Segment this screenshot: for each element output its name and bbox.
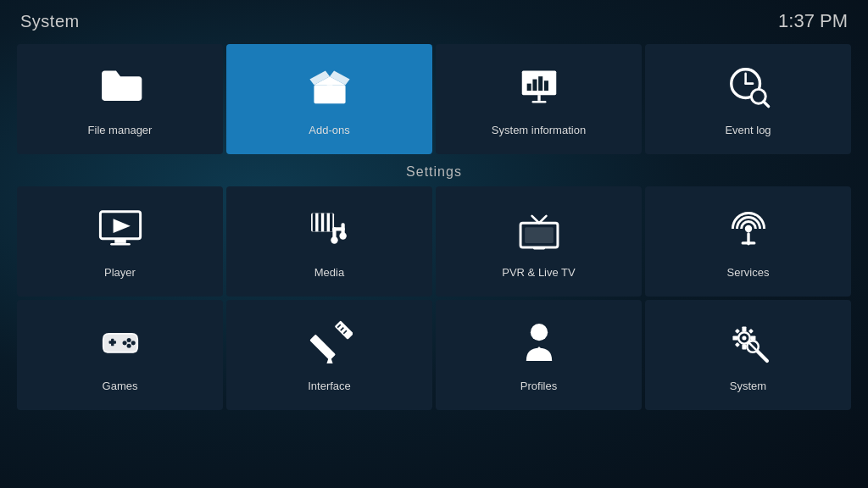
settings-section: Settings Player — [0, 164, 868, 410]
tile-media[interactable]: Media — [226, 186, 432, 297]
tile-player-label: Player — [104, 266, 136, 279]
svg-rect-11 — [543, 80, 548, 91]
svg-rect-62 — [748, 329, 753, 334]
gear-wrench-svg — [726, 319, 771, 365]
tile-player[interactable]: Player — [17, 186, 223, 297]
svg-rect-28 — [332, 227, 344, 230]
svg-point-41 — [126, 338, 131, 342]
svg-line-16 — [763, 102, 768, 107]
box-icon — [307, 64, 353, 115]
svg-rect-40 — [111, 339, 114, 346]
clock-search-icon — [726, 64, 771, 115]
tile-event-log-label: Event log — [725, 124, 771, 136]
svg-rect-25 — [330, 213, 332, 231]
gamepad-svg — [97, 319, 143, 365]
svg-rect-4 — [326, 85, 332, 87]
top-row: File manager Add-ons — [0, 44, 868, 154]
svg-point-29 — [331, 236, 337, 243]
header: System 1:37 PM — [0, 0, 868, 39]
svg-rect-57 — [742, 345, 746, 350]
svg-point-42 — [131, 341, 135, 345]
folder-svg — [97, 64, 143, 109]
tile-pvr-live-tv[interactable]: PVR & Live TV — [436, 186, 642, 297]
monitor-play-icon — [97, 206, 143, 258]
svg-point-44 — [122, 341, 126, 345]
tile-games[interactable]: Games — [17, 300, 223, 410]
box-svg — [307, 64, 353, 109]
podcast-svg — [726, 206, 771, 252]
svg-rect-38 — [741, 241, 755, 244]
person-svg — [516, 319, 562, 365]
media-icon — [307, 206, 353, 258]
tv-svg — [516, 206, 562, 252]
monitor-play-svg — [97, 206, 143, 252]
tile-services[interactable]: Services — [645, 186, 851, 297]
settings-row-1: Player — [17, 186, 851, 297]
tile-system-information[interactable]: System information — [436, 44, 642, 154]
tile-event-log[interactable]: Event log — [645, 44, 851, 154]
folder-icon — [97, 64, 143, 115]
tile-games-label: Games — [103, 380, 138, 392]
tile-profiles[interactable]: Profiles — [436, 300, 642, 410]
gamepad-icon — [97, 319, 143, 371]
app-title: System — [20, 12, 80, 31]
tile-file-manager[interactable]: File manager — [17, 44, 223, 154]
presentation-icon — [516, 64, 562, 115]
tile-add-ons-label: Add-ons — [309, 124, 349, 136]
tile-system[interactable]: System — [645, 300, 851, 410]
svg-rect-58 — [732, 336, 737, 340]
tile-add-ons[interactable]: Add-ons — [226, 44, 432, 154]
svg-rect-22 — [312, 213, 314, 231]
svg-rect-45 — [309, 334, 336, 360]
tile-pvr-live-tv-label: PVR & Live TV — [502, 266, 575, 279]
svg-rect-59 — [750, 336, 755, 340]
settings-heading: Settings — [17, 164, 851, 180]
podcast-icon — [726, 206, 771, 258]
pencil-ruler-icon — [307, 319, 353, 371]
tile-services-label: Services — [727, 266, 770, 279]
gear-wrench-icon — [726, 319, 771, 371]
svg-point-43 — [126, 344, 131, 348]
clock: 1:37 PM — [778, 10, 848, 32]
svg-rect-56 — [742, 326, 746, 331]
svg-point-36 — [744, 225, 751, 232]
svg-rect-7 — [531, 101, 546, 103]
tile-profiles-label: Profiles — [520, 380, 557, 392]
svg-point-30 — [339, 232, 346, 239]
tv-icon — [516, 206, 562, 258]
tile-interface-label: Interface — [308, 380, 351, 392]
svg-rect-34 — [525, 227, 554, 243]
svg-rect-18 — [114, 239, 126, 243]
person-icon — [516, 319, 562, 371]
svg-rect-23 — [318, 213, 320, 231]
tile-media-label: Media — [314, 266, 344, 279]
svg-rect-6 — [537, 95, 540, 101]
tile-system-information-label: System information — [492, 124, 586, 136]
pencil-ruler-svg — [307, 319, 353, 365]
svg-rect-60 — [734, 329, 739, 334]
svg-rect-19 — [110, 243, 131, 246]
svg-rect-9 — [532, 80, 537, 92]
svg-rect-8 — [526, 84, 531, 91]
svg-point-51 — [530, 324, 547, 341]
svg-rect-63 — [734, 342, 739, 347]
media-svg — [307, 206, 353, 252]
app-container: System 1:37 PM File manager — [0, 0, 868, 488]
svg-point-55 — [742, 336, 746, 340]
svg-rect-24 — [324, 213, 326, 231]
svg-rect-10 — [538, 76, 542, 91]
svg-rect-35 — [533, 247, 545, 250]
tile-file-manager-label: File manager — [88, 124, 153, 136]
presentation-svg — [516, 64, 562, 109]
tile-system-label: System — [730, 380, 766, 392]
tile-interface[interactable]: Interface — [226, 300, 432, 410]
svg-marker-20 — [113, 219, 130, 233]
clock-search-svg — [726, 64, 771, 109]
settings-row-2: Games Interface — [17, 300, 851, 410]
svg-rect-47 — [334, 320, 352, 340]
